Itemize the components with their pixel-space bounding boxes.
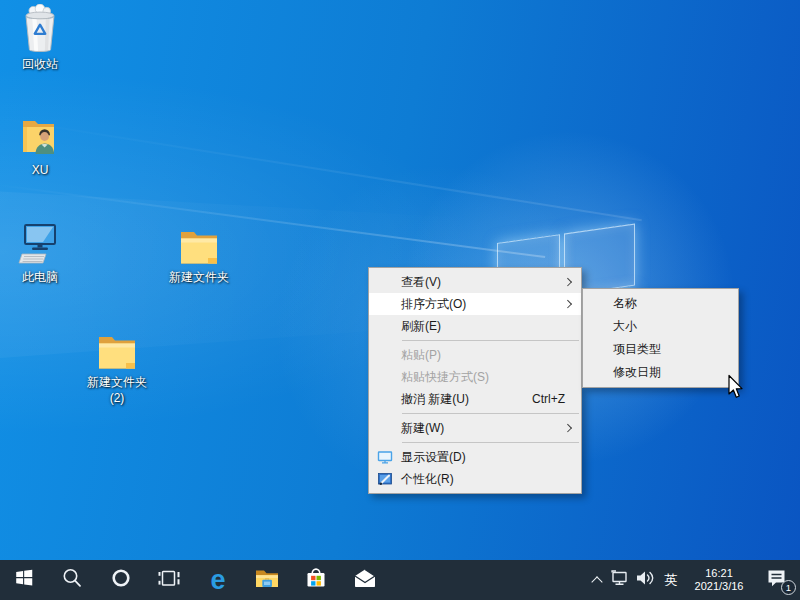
menu-shortcut: Ctrl+Z bbox=[532, 392, 565, 406]
desktop-context-menu: 查看(V) 排序方式(O) 刷新(E) 粘贴(P) 粘贴快捷方式(S) 撤消 新… bbox=[368, 267, 582, 494]
menu-item-paste-shortcut[interactable]: 粘贴快捷方式(S) bbox=[369, 366, 581, 388]
display-settings-icon bbox=[377, 449, 393, 465]
desktop-icon-recycle-bin[interactable]: 回收站 bbox=[2, 6, 78, 72]
menu-item-new[interactable]: 新建(W) bbox=[369, 417, 581, 439]
user-folder-icon bbox=[2, 112, 78, 160]
sort-by-submenu: 名称 大小 项目类型 修改日期 bbox=[582, 288, 739, 388]
language-indicator[interactable]: 英 bbox=[658, 560, 684, 600]
tray-time: 16:21 bbox=[695, 567, 744, 580]
desktop-icon-new-folder-2[interactable]: 新建文件夹 (2) bbox=[79, 324, 155, 406]
volume-icon bbox=[635, 569, 657, 591]
wallpaper-light-beam bbox=[0, 116, 642, 221]
submenu-arrow-icon bbox=[563, 424, 571, 432]
this-pc-icon bbox=[2, 219, 78, 267]
search-button[interactable] bbox=[50, 560, 94, 600]
submenu-arrow-icon bbox=[563, 300, 571, 308]
menu-item-undo-new[interactable]: 撤消 新建(U) Ctrl+Z bbox=[369, 388, 581, 410]
menu-item-refresh[interactable]: 刷新(E) bbox=[369, 315, 581, 337]
file-explorer-button[interactable] bbox=[245, 560, 289, 600]
notification-badge: 1 bbox=[781, 580, 796, 595]
menu-item-paste[interactable]: 粘贴(P) bbox=[369, 344, 581, 366]
desktop-icon-label: XU bbox=[2, 162, 78, 178]
store-icon bbox=[303, 565, 329, 595]
submenu-item-name[interactable]: 名称 bbox=[583, 292, 738, 315]
desktop-icon-label-line2: (2) bbox=[79, 390, 155, 406]
search-icon bbox=[60, 566, 84, 594]
clock[interactable]: 16:21 2021/3/16 bbox=[684, 560, 754, 600]
start-button[interactable] bbox=[2, 560, 46, 600]
tray-show-hidden-icons-button[interactable] bbox=[586, 560, 608, 600]
desktop[interactable]: 回收站 XU 此电脑 bbox=[0, 0, 800, 600]
system-tray: 英 16:21 2021/3/16 1 bbox=[586, 560, 800, 600]
edge-button[interactable]: e bbox=[196, 560, 240, 600]
mail-button[interactable] bbox=[343, 560, 387, 600]
task-view-icon bbox=[157, 566, 181, 594]
store-button[interactable] bbox=[294, 560, 338, 600]
tray-date: 2021/3/16 bbox=[695, 580, 744, 593]
folder-icon bbox=[161, 219, 237, 267]
submenu-item-size[interactable]: 大小 bbox=[583, 315, 738, 338]
menu-item-personalize[interactable]: 个性化(R) bbox=[369, 468, 581, 490]
cortana-icon bbox=[109, 566, 133, 594]
personalization-icon bbox=[377, 471, 393, 487]
action-center-button[interactable]: 1 bbox=[754, 560, 800, 600]
wallpaper-light-beam bbox=[0, 183, 545, 258]
desktop-icon-label: 新建文件夹 bbox=[79, 374, 155, 390]
desktop-icon-this-pc[interactable]: 此电脑 bbox=[2, 219, 78, 285]
recycle-bin-icon bbox=[2, 6, 78, 54]
mail-icon bbox=[352, 567, 378, 593]
file-explorer-icon bbox=[254, 566, 280, 594]
menu-separator bbox=[402, 340, 579, 341]
menu-item-view[interactable]: 查看(V) bbox=[369, 271, 581, 293]
folder-icon bbox=[79, 324, 155, 372]
network-button[interactable] bbox=[608, 560, 633, 600]
desktop-icon-label: 新建文件夹 bbox=[161, 269, 237, 285]
taskbar: e bbox=[0, 560, 800, 600]
desktop-icon-label: 回收站 bbox=[2, 56, 78, 72]
menu-separator bbox=[402, 442, 579, 443]
volume-button[interactable] bbox=[633, 560, 658, 600]
edge-icon: e bbox=[210, 567, 225, 594]
task-view-button[interactable] bbox=[147, 560, 191, 600]
chevron-up-icon bbox=[591, 576, 602, 587]
submenu-arrow-icon bbox=[563, 278, 571, 286]
menu-item-display-settings[interactable]: 显示设置(D) bbox=[369, 446, 581, 468]
submenu-item-item-type[interactable]: 项目类型 bbox=[583, 338, 738, 361]
menu-separator bbox=[402, 413, 579, 414]
desktop-icon-new-folder[interactable]: 新建文件夹 bbox=[161, 219, 237, 285]
submenu-item-date-modified[interactable]: 修改日期 bbox=[583, 361, 738, 384]
network-icon bbox=[610, 569, 632, 591]
cortana-button[interactable] bbox=[99, 560, 143, 600]
mouse-cursor bbox=[727, 374, 745, 404]
menu-item-sort-by[interactable]: 排序方式(O) bbox=[369, 293, 581, 315]
desktop-icon-label: 此电脑 bbox=[2, 269, 78, 285]
start-icon bbox=[13, 567, 35, 593]
desktop-icon-user-folder[interactable]: XU bbox=[2, 112, 78, 178]
